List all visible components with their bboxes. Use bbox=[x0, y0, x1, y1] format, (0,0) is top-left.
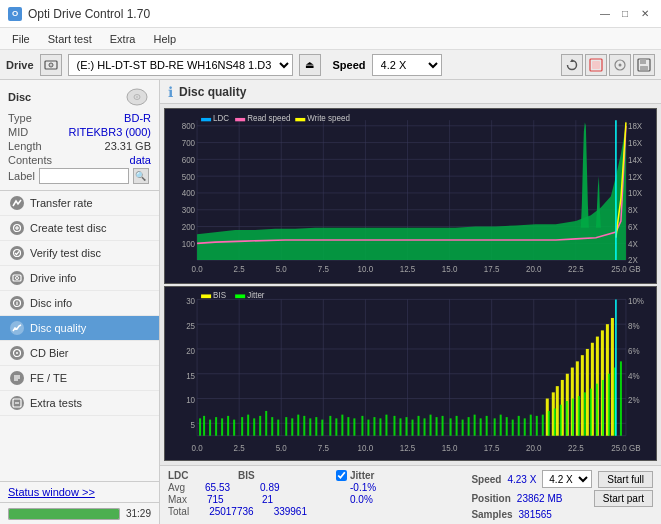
status-window-button[interactable]: Status window >> bbox=[0, 481, 159, 502]
stats-bar: LDC BIS Avg 65.53 0.89 Max 715 21 Total … bbox=[160, 465, 661, 524]
sidebar-item-create-test-disc[interactable]: Create test disc bbox=[0, 216, 159, 241]
stats-ldc-bis: LDC BIS Avg 65.53 0.89 Max 715 21 Total … bbox=[168, 470, 328, 517]
close-button[interactable]: ✕ bbox=[637, 7, 653, 21]
svg-rect-151 bbox=[329, 415, 331, 435]
svg-text:22.5: 22.5 bbox=[568, 264, 584, 275]
eject-button[interactable]: ⏏ bbox=[299, 54, 321, 76]
svg-text:700: 700 bbox=[182, 138, 196, 149]
svg-text:20.0: 20.0 bbox=[526, 264, 542, 275]
svg-rect-206 bbox=[584, 392, 586, 435]
disc-length-value: 23.31 GB bbox=[105, 140, 151, 152]
save-button[interactable] bbox=[633, 54, 655, 76]
svg-rect-212 bbox=[620, 361, 622, 435]
svg-text:22.5: 22.5 bbox=[568, 441, 584, 452]
create-test-disc-icon bbox=[10, 221, 24, 235]
svg-text:14X: 14X bbox=[628, 154, 643, 165]
svg-point-7 bbox=[619, 63, 622, 66]
stats-max-ldc: 715 bbox=[207, 494, 242, 505]
jitter-checkbox[interactable] bbox=[336, 470, 347, 481]
disc-type-row: Type BD-R bbox=[8, 112, 151, 124]
disc-label-search-btn[interactable]: 🔍 bbox=[133, 168, 149, 184]
svg-text:17.5: 17.5 bbox=[484, 264, 500, 275]
minimize-button[interactable]: — bbox=[597, 7, 613, 21]
menu-extra[interactable]: Extra bbox=[102, 31, 144, 47]
disc-icon bbox=[123, 86, 151, 108]
disc-type-label: Type bbox=[8, 112, 32, 124]
start-part-button[interactable]: Start part bbox=[594, 490, 653, 507]
drive-label: Drive bbox=[6, 59, 34, 71]
svg-rect-192 bbox=[581, 355, 584, 436]
drive-select[interactable]: (E:) HL-DT-ST BD-RE WH16NS48 1.D3 bbox=[68, 54, 293, 76]
sidebar-item-extra-tests[interactable]: Extra tests bbox=[0, 391, 159, 416]
svg-rect-130 bbox=[199, 418, 201, 435]
main: Disc Type BD-R MID RITEKBR3 (000) Length… bbox=[0, 80, 661, 524]
svg-text:2%: 2% bbox=[628, 394, 640, 405]
refresh-button[interactable] bbox=[561, 54, 583, 76]
disc-button[interactable] bbox=[609, 54, 631, 76]
nav-items: Transfer rate Create test disc Verify te… bbox=[0, 191, 159, 481]
maximize-button[interactable]: □ bbox=[617, 7, 633, 21]
svg-rect-146 bbox=[297, 414, 299, 435]
svg-text:8X: 8X bbox=[628, 205, 638, 216]
menu-file[interactable]: File bbox=[4, 31, 38, 47]
svg-rect-156 bbox=[361, 415, 363, 435]
svg-rect-162 bbox=[399, 418, 401, 435]
svg-rect-149 bbox=[315, 417, 317, 436]
stats-speed-select[interactable]: 4.2 X bbox=[542, 470, 592, 488]
sidebar-item-disc-info[interactable]: Disc info bbox=[0, 291, 159, 316]
svg-text:2.5: 2.5 bbox=[234, 264, 245, 275]
disc-length-row: Length 23.31 GB bbox=[8, 140, 151, 152]
svg-rect-216 bbox=[235, 294, 245, 298]
menu-help[interactable]: Help bbox=[145, 31, 184, 47]
sidebar-item-disc-quality[interactable]: Disc quality bbox=[0, 316, 159, 341]
bis-chart-svg: 30 25 20 15 10 5 10% 8% 6% 4% 2% 0.0 2.5… bbox=[165, 287, 656, 461]
fe-te-icon bbox=[10, 371, 24, 385]
sidebar-item-drive-info[interactable]: Drive info bbox=[0, 266, 159, 291]
samples-value-stat: 381565 bbox=[519, 509, 552, 520]
cd-bier-icon bbox=[10, 346, 24, 360]
svg-rect-131 bbox=[203, 415, 205, 435]
svg-text:400: 400 bbox=[182, 188, 196, 199]
svg-text:100: 100 bbox=[182, 238, 196, 249]
sidebar-item-cd-bier[interactable]: CD Bier bbox=[0, 341, 159, 366]
svg-rect-148 bbox=[309, 418, 311, 435]
svg-rect-202 bbox=[560, 404, 562, 435]
stats-avg-jitter: -0.1% bbox=[336, 482, 406, 493]
svg-rect-183 bbox=[530, 414, 532, 435]
svg-point-19 bbox=[16, 277, 19, 280]
scan-button[interactable] bbox=[585, 54, 607, 76]
svg-rect-177 bbox=[494, 418, 496, 435]
sidebar-item-fe-te[interactable]: FE / TE bbox=[0, 366, 159, 391]
svg-rect-157 bbox=[367, 419, 369, 435]
drive-icon-btn[interactable] bbox=[40, 54, 62, 76]
nav-label-fe-te: FE / TE bbox=[30, 372, 67, 384]
disc-label-input[interactable] bbox=[39, 168, 129, 184]
svg-rect-152 bbox=[335, 418, 337, 435]
disc-mid-value: RITEKBR3 (000) bbox=[68, 126, 151, 138]
disc-contents-row: Contents data bbox=[8, 154, 151, 166]
disc-panel: Disc Type BD-R MID RITEKBR3 (000) Length… bbox=[0, 80, 159, 191]
svg-point-2 bbox=[50, 64, 51, 65]
svg-rect-210 bbox=[608, 373, 610, 435]
svg-rect-145 bbox=[291, 418, 293, 435]
sidebar-item-verify-test-disc[interactable]: Verify test disc bbox=[0, 241, 159, 266]
speed-select[interactable]: 4.2 X bbox=[372, 54, 442, 76]
disc-contents-label: Contents bbox=[8, 154, 52, 166]
stats-max-jitter: 0.0% bbox=[336, 494, 406, 505]
speed-label: Speed bbox=[333, 59, 366, 71]
svg-text:500: 500 bbox=[182, 171, 196, 182]
menu-starttest[interactable]: Start test bbox=[40, 31, 100, 47]
svg-rect-147 bbox=[303, 415, 305, 435]
progress-time: 31:29 bbox=[126, 508, 151, 519]
nav-label-transfer-rate: Transfer rate bbox=[30, 197, 93, 209]
disc-label-row: Label 🔍 bbox=[8, 168, 151, 184]
svg-rect-172 bbox=[462, 419, 464, 435]
svg-rect-165 bbox=[418, 415, 420, 435]
nav-label-disc-info: Disc info bbox=[30, 297, 72, 309]
start-full-button[interactable]: Start full bbox=[598, 471, 653, 488]
stats-avg-label: Avg bbox=[168, 482, 185, 493]
sidebar-item-transfer-rate[interactable]: Transfer rate bbox=[0, 191, 159, 216]
progress-area: 31:29 bbox=[0, 502, 159, 524]
svg-text:Write speed: Write speed bbox=[307, 113, 350, 124]
nav-label-create-test-disc: Create test disc bbox=[30, 222, 106, 234]
